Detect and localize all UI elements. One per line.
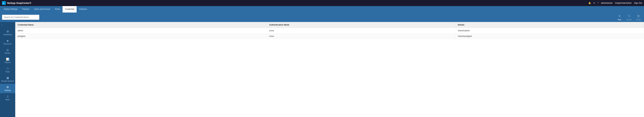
cell-details: Userid:admin [456, 28, 644, 33]
subnav-policies[interactable]: Policies [20, 6, 32, 12]
notification-icon[interactable]: 🔔 [588, 2, 591, 4]
top-navbar: N NetApp SnapCenter® 🔔 ✉ ? administrator… [0, 0, 644, 6]
subnav-roles[interactable]: Roles [53, 6, 63, 12]
reports-icon: 📊 [6, 58, 9, 61]
settings-icon: ⚙ [6, 86, 9, 89]
sidebar-label-reports: Reports [4, 62, 10, 64]
sidebar-item-resources[interactable]: ◈ Resources [0, 37, 15, 47]
sidebar-item-reports[interactable]: 📊 Reports [0, 56, 15, 65]
top-navbar-left: N NetApp SnapCenter® [2, 1, 31, 5]
cell-credential-name: postgres [15, 33, 267, 39]
hosts-icon: ⬡ [6, 67, 9, 70]
table-header-row: Credential Name Authentication Mode Deta… [15, 22, 644, 28]
table-row[interactable]: postgres Linux Userid:postgres [15, 33, 644, 39]
modify-button[interactable]: ✎ Modify [626, 14, 632, 21]
content-area: Credential Name Authentication Mode Deta… [15, 22, 644, 117]
credentials-table: Credential Name Authentication Mode Deta… [15, 22, 644, 39]
col-header-authentication-mode: Authentication Mode [267, 22, 456, 28]
new-button[interactable]: + New [616, 14, 623, 21]
sidebar-label-hosts: Hosts [6, 71, 10, 73]
sidebar-item-alerts[interactable]: ⚠ Alerts [0, 93, 15, 103]
help-icon[interactable]: ? [598, 2, 598, 4]
delete-icon: 🗑 [636, 14, 641, 18]
subnav-software[interactable]: Software [76, 6, 89, 12]
message-icon[interactable]: ✉ [593, 2, 595, 4]
sidebar-label-resources: Resources [4, 43, 12, 45]
top-navbar-right: 🔔 ✉ ? administrator SnapCenterAdmin Sign… [588, 2, 642, 4]
alerts-icon: ⚠ [6, 95, 9, 98]
sidebar-label-monitor: Monitor [5, 52, 10, 54]
sidebar-item-storage-systems[interactable]: ▦ Storage Systems [0, 75, 15, 84]
subnav-global-settings[interactable]: Global Settings [1, 6, 20, 12]
app-title: NetApp SnapCenter® [7, 2, 31, 4]
sidebar-label-settings: Settings [4, 90, 11, 92]
toolbar-left [2, 15, 39, 20]
new-icon: + [618, 14, 622, 18]
sidebar: ‹ ⊞ Dashboard ◈ Resources ◎ Monitor 📊 Re… [0, 22, 15, 117]
delete-button[interactable]: 🗑 Delete [635, 14, 642, 21]
col-header-details: Details [456, 22, 644, 28]
content-toolbar: + New ✎ Modify 🗑 Delete [0, 12, 644, 22]
sidebar-label-alerts: Alerts [6, 99, 10, 101]
sidebar-label-storage-systems: Storage Systems [1, 80, 14, 82]
svg-text:N: N [3, 2, 4, 4]
signout-link[interactable]: Sign Out [634, 2, 642, 4]
tenant-label[interactable]: SnapCenterAdmin [615, 2, 632, 4]
sidebar-toggle[interactable]: ‹ [0, 23, 15, 27]
modify-icon: ✎ [627, 14, 631, 18]
table-row[interactable]: admin Linux Userid:admin [15, 28, 644, 33]
table-body: admin Linux Userid:admin postgres Linux … [15, 28, 644, 39]
monitor-icon: ◎ [6, 48, 9, 52]
cell-details: Userid:postgres [456, 33, 644, 39]
storage-systems-icon: ▦ [6, 76, 9, 80]
netapp-logo-icon: N [2, 1, 6, 5]
main-layout: ‹ ⊞ Dashboard ◈ Resources ◎ Monitor 📊 Re… [0, 22, 644, 117]
subnav-credential[interactable]: Credential [62, 6, 76, 12]
cell-credential-name: admin [15, 28, 267, 33]
sidebar-item-hosts[interactable]: ⬡ Hosts [0, 65, 15, 75]
toolbar-right: + New ✎ Modify 🗑 Delete [616, 14, 642, 21]
col-header-credential-name: Credential Name [15, 22, 267, 28]
resources-icon: ◈ [6, 39, 9, 42]
cell-authentication-mode: Linux [267, 28, 456, 33]
dashboard-icon: ⊞ [6, 30, 9, 33]
user-label[interactable]: administrator [601, 2, 613, 4]
settings-subnav: Global Settings Policies Users and Acces… [0, 6, 644, 12]
sidebar-item-monitor[interactable]: ◎ Monitor [0, 47, 15, 56]
subnav-users-and-access[interactable]: Users and Access [32, 6, 53, 12]
cell-authentication-mode: Linux [267, 33, 456, 39]
search-input[interactable] [2, 15, 39, 20]
sidebar-label-dashboard: Dashboard [4, 34, 12, 36]
sidebar-item-settings[interactable]: ⚙ Settings [0, 84, 15, 93]
sidebar-item-dashboard[interactable]: ⊞ Dashboard [0, 28, 15, 37]
